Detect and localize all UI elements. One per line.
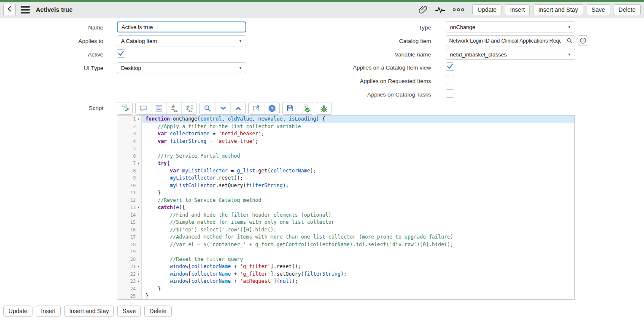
fold-arrow-icon[interactable]: ▾: [136, 271, 141, 278]
fold-arrow-icon[interactable]: ▾: [136, 278, 141, 285]
name-input[interactable]: [117, 21, 246, 32]
fold-arrow-icon[interactable]: ▾: [136, 160, 141, 167]
code-line[interactable]: 2 //Apply a filter to the list collector…: [117, 123, 574, 131]
edit-script-icon[interactable]: [117, 102, 132, 114]
chevron-down-icon: ▼: [239, 66, 242, 70]
save-button[interactable]: Save: [117, 306, 141, 317]
code-line[interactable]: 5: [117, 145, 574, 153]
code-line[interactable]: 13▾ catch(e){: [117, 204, 574, 212]
reference-info-button[interactable]: [578, 35, 588, 46]
code-line[interactable]: 11 }: [117, 189, 574, 197]
line-number: 22▾: [117, 271, 142, 278]
catalog-item-label: Catalog item: [347, 38, 431, 44]
code-line[interactable]: 19: [117, 248, 574, 256]
variable-name-select[interactable]: netid_inbasket_classes ▼: [446, 49, 575, 60]
ui-type-select[interactable]: Desktop ▼: [117, 62, 246, 73]
script-code-editor[interactable]: 1▾function onChange(control, oldValue, n…: [117, 115, 575, 300]
applies-on-requested-items-checkbox[interactable]: [446, 76, 454, 84]
line-number: 14: [117, 212, 142, 219]
fold-arrow-icon[interactable]: ▾: [136, 204, 141, 212]
find-previous-icon[interactable]: [230, 102, 245, 114]
update-button[interactable]: Update: [472, 4, 501, 15]
replace-all-icon[interactable]: abac: [181, 102, 197, 114]
toolbar-group: [199, 102, 246, 115]
code-line[interactable]: 12 //Revert to Service Catalog method: [117, 197, 574, 204]
help-icon[interactable]: ?: [264, 102, 279, 114]
ui-type-label: UI Type: [19, 65, 103, 71]
code-line[interactable]: 9 myListCollector.reset();: [117, 174, 574, 182]
applies-to-label: Applies to: [19, 38, 103, 44]
validate-script-icon[interactable]: [298, 102, 313, 114]
save-script-icon[interactable]: [283, 102, 298, 114]
code-line[interactable]: 8 var myListCollector = g_list.get(colle…: [117, 167, 574, 175]
line-number: 5: [117, 145, 142, 153]
toolbar-group: [117, 102, 133, 115]
back-button[interactable]: [3, 4, 16, 16]
code-line[interactable]: 1▾function onChange(control, oldValue, n…: [117, 115, 574, 123]
code-line[interactable]: 20 //Reset the filter query: [117, 256, 574, 263]
code-line[interactable]: 18 //var el = $('container_' + g_form.ge…: [117, 241, 574, 249]
code-line[interactable]: 16 //$('ep').select('.row')[0].hide();: [117, 226, 574, 234]
chevron-down-icon: ▼: [568, 25, 571, 29]
code-line[interactable]: 21▾ window[collectorName + 'g_filter'].r…: [117, 263, 574, 271]
fold-arrow-icon[interactable]: ▾: [136, 263, 141, 271]
line-number: 10: [117, 182, 142, 190]
script-label: Script: [19, 105, 103, 111]
line-number: 18: [117, 241, 142, 249]
code-line[interactable]: 23▾ window[collectorName + 'acRequest'](…: [117, 278, 574, 285]
code-line[interactable]: 10 myListCollector.setQuery(filterString…: [117, 182, 574, 190]
active-label: Active: [19, 51, 103, 58]
reference-lookup-button[interactable]: [564, 35, 575, 46]
more-options-icon[interactable]: [452, 8, 465, 12]
menu-icon[interactable]: [20, 5, 31, 14]
info-icon: [580, 38, 586, 44]
code-line[interactable]: 25}: [117, 292, 574, 300]
code-line[interactable]: 14 //Find and hide the filter header ele…: [117, 212, 574, 219]
code-line[interactable]: 17 //Advanced method for items with more…: [117, 233, 574, 241]
replace-icon[interactable]: abac: [166, 102, 181, 114]
check-icon: [118, 51, 124, 56]
code-line[interactable]: 4 var filterString = 'active=true';: [117, 138, 574, 145]
code-line[interactable]: 24 }: [117, 285, 574, 293]
line-number: 15: [117, 219, 142, 226]
code-line[interactable]: 22▾ window[collectorName + 'g_filter'].s…: [117, 271, 574, 278]
fold-arrow-icon[interactable]: ▾: [136, 115, 141, 123]
find-next-icon[interactable]: [215, 102, 230, 114]
insert-and-stay-button[interactable]: Insert and Stay: [533, 4, 583, 15]
line-number: 21▾: [117, 263, 142, 271]
code-line[interactable]: 3 var collectorName = 'netid_beaker';: [117, 130, 574, 138]
save-button[interactable]: Save: [587, 4, 610, 15]
code-line[interactable]: 15 //Simple method for items with only o…: [117, 219, 574, 226]
line-number: 1▾: [117, 115, 142, 123]
insert-button[interactable]: Insert: [36, 306, 61, 317]
line-number: 7▾: [117, 160, 142, 167]
search-icon[interactable]: [200, 102, 215, 114]
line-number: 11: [117, 189, 142, 197]
back-chevron-icon: [7, 6, 12, 13]
applies-to-select[interactable]: A Catalog Item ▼: [117, 35, 246, 46]
insert-button[interactable]: Insert: [505, 4, 530, 15]
chevron-down-icon: ▼: [239, 39, 242, 43]
type-select[interactable]: onChange ▼: [446, 21, 575, 32]
insert-and-stay-button[interactable]: Insert and Stay: [64, 306, 114, 317]
catalog-item-input[interactable]: [446, 35, 564, 46]
toggle-comment-icon[interactable]: [136, 102, 151, 114]
applies-on-catalog-item-view-checkbox[interactable]: [446, 62, 454, 71]
update-button[interactable]: Update: [3, 306, 32, 317]
active-checkbox[interactable]: [117, 49, 125, 58]
open-in-new-window-icon[interactable]: [249, 102, 264, 114]
svg-text:ab: ab: [186, 105, 189, 108]
format-code-icon[interactable]: [151, 102, 166, 114]
applies-on-catalog-tasks-label: Applies on Catalog Tasks: [347, 91, 431, 98]
activity-stream-icon[interactable]: [434, 5, 446, 14]
delete-button[interactable]: Delete: [614, 4, 641, 15]
line-number: 4: [117, 138, 142, 145]
attachment-icon[interactable]: [418, 5, 428, 15]
type-label: Type: [347, 24, 431, 31]
code-line[interactable]: 7▾ try{: [117, 160, 574, 167]
code-line[interactable]: 6 //Try Service Portal method: [117, 153, 574, 160]
delete-button[interactable]: Delete: [144, 306, 171, 317]
applies-on-catalog-tasks-checkbox[interactable]: [446, 89, 454, 98]
debug-script-icon[interactable]: [316, 102, 331, 114]
header-bar: Activeis true Update Insert Insert and S…: [0, 2, 644, 18]
